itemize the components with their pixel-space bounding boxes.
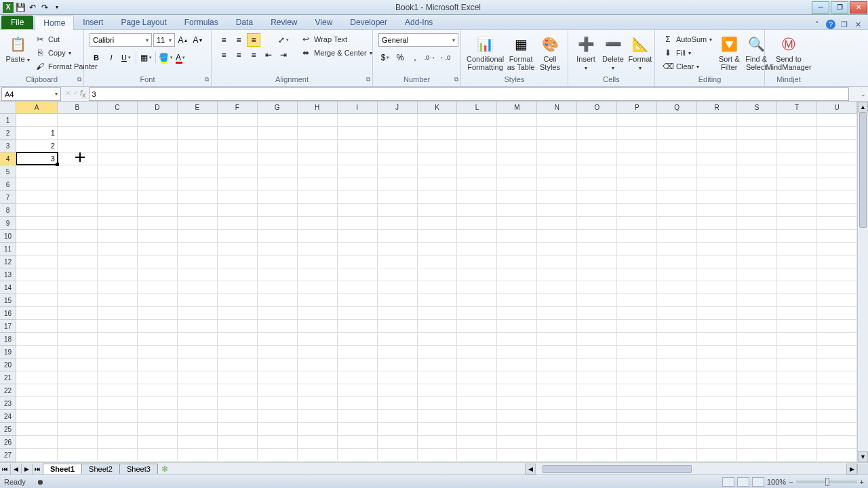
cell[interactable] xyxy=(98,243,138,256)
cell[interactable] xyxy=(617,165,657,178)
cell[interactable] xyxy=(577,140,617,152)
cell[interactable] xyxy=(418,114,458,127)
col-header-F[interactable]: F xyxy=(218,102,258,113)
cell[interactable] xyxy=(138,127,178,140)
sheet-tab-sheet3[interactable]: Sheet3 xyxy=(119,464,158,474)
cell[interactable] xyxy=(537,397,577,410)
cell[interactable] xyxy=(737,281,777,294)
cell[interactable] xyxy=(218,230,258,243)
col-header-G[interactable]: G xyxy=(258,102,298,113)
cell[interactable] xyxy=(98,191,138,204)
cell[interactable] xyxy=(537,307,577,320)
cell[interactable] xyxy=(338,397,378,410)
cell[interactable] xyxy=(617,140,657,152)
cell[interactable] xyxy=(457,436,497,449)
cell[interactable] xyxy=(457,114,497,127)
sheet-tab-sheet2[interactable]: Sheet2 xyxy=(81,464,120,474)
send-to-mindmanager-button[interactable]: ⓂSend to MindManager xyxy=(769,32,808,73)
cell[interactable] xyxy=(298,320,338,333)
cell[interactable] xyxy=(98,449,138,462)
cell[interactable] xyxy=(577,114,617,127)
cell[interactable] xyxy=(298,397,338,410)
cell[interactable] xyxy=(497,359,537,371)
cell[interactable] xyxy=(817,371,857,384)
col-header-U[interactable]: U xyxy=(817,102,857,113)
font-launcher-icon[interactable]: ⧉ xyxy=(205,76,209,83)
cell[interactable] xyxy=(457,165,497,178)
cell[interactable] xyxy=(657,217,697,230)
cell[interactable] xyxy=(657,346,697,359)
cell[interactable] xyxy=(258,268,298,281)
cell[interactable] xyxy=(617,281,657,294)
cell[interactable] xyxy=(497,346,537,359)
cell[interactable] xyxy=(697,449,737,462)
cell[interactable] xyxy=(577,243,617,256)
cell[interactable] xyxy=(457,230,497,243)
cell[interactable] xyxy=(178,346,218,359)
vertical-scrollbar[interactable]: ▲ ▼ xyxy=(857,102,868,462)
cell[interactable] xyxy=(378,281,418,294)
cell[interactable] xyxy=(577,178,617,191)
cell[interactable] xyxy=(138,320,178,333)
cell[interactable] xyxy=(378,333,418,346)
cell[interactable] xyxy=(457,152,497,165)
cell[interactable] xyxy=(138,281,178,294)
cell[interactable] xyxy=(218,178,258,191)
cell[interactable] xyxy=(697,346,737,359)
cell[interactable] xyxy=(777,127,817,140)
cell[interactable] xyxy=(537,256,577,268)
cell[interactable] xyxy=(737,436,777,449)
cell[interactable] xyxy=(418,217,458,230)
comma-format-icon[interactable]: , xyxy=(408,51,422,64)
cell[interactable] xyxy=(418,423,458,436)
cell[interactable] xyxy=(138,294,178,307)
cell[interactable] xyxy=(657,165,697,178)
cell[interactable] xyxy=(418,294,458,307)
cell[interactable] xyxy=(178,371,218,384)
cell[interactable] xyxy=(537,281,577,294)
cell[interactable] xyxy=(577,294,617,307)
cell[interactable] xyxy=(138,423,178,436)
close-workbook-icon[interactable]: ✕ xyxy=(853,20,863,29)
number-format-combo[interactable]: General▾ xyxy=(378,33,458,47)
cell[interactable] xyxy=(16,268,58,281)
normal-view-icon[interactable] xyxy=(722,477,734,487)
cell[interactable] xyxy=(378,410,418,423)
cell[interactable] xyxy=(338,384,378,397)
cell[interactable] xyxy=(657,178,697,191)
cell[interactable] xyxy=(537,449,577,462)
cell[interactable] xyxy=(98,268,138,281)
scroll-up-icon[interactable]: ▲ xyxy=(858,102,868,113)
col-header-T[interactable]: T xyxy=(777,102,817,113)
cell[interactable] xyxy=(817,397,857,410)
zoom-level[interactable]: 100% xyxy=(767,478,786,486)
cell[interactable] xyxy=(138,359,178,371)
cell[interactable] xyxy=(58,268,98,281)
cell[interactable] xyxy=(16,165,58,178)
cell[interactable] xyxy=(58,410,98,423)
cell[interactable] xyxy=(457,320,497,333)
cell[interactable] xyxy=(58,256,98,268)
save-icon[interactable]: 💾 xyxy=(15,2,26,13)
cell[interactable] xyxy=(657,436,697,449)
cell[interactable] xyxy=(418,140,458,152)
cell[interactable] xyxy=(338,320,378,333)
cell[interactable] xyxy=(16,256,58,268)
cell[interactable] xyxy=(697,256,737,268)
cell[interactable] xyxy=(777,114,817,127)
row-header-12[interactable]: 12 xyxy=(0,256,16,268)
cell[interactable] xyxy=(258,140,298,152)
cell[interactable] xyxy=(298,449,338,462)
cell[interactable] xyxy=(178,359,218,371)
underline-button[interactable]: U xyxy=(119,51,133,64)
cell[interactable] xyxy=(258,230,298,243)
cell[interactable] xyxy=(138,397,178,410)
cell[interactable] xyxy=(418,436,458,449)
minimize-button[interactable]: ─ xyxy=(812,1,829,14)
cell[interactable] xyxy=(497,165,537,178)
cell[interactable] xyxy=(258,449,298,462)
cell[interactable] xyxy=(58,423,98,436)
cell[interactable] xyxy=(58,152,98,165)
cell[interactable] xyxy=(617,346,657,359)
next-sheet-icon[interactable]: ▶ xyxy=(22,464,33,474)
